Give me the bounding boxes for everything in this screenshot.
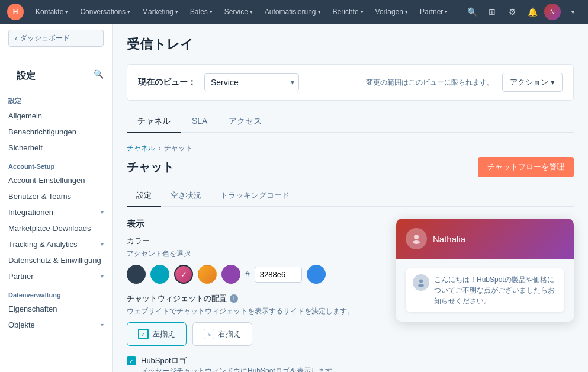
view-selector-bar: 現在のビュー： ServiceSupportSales ▾ 変更の範囲はこのビュ…	[127, 64, 574, 101]
action-button[interactable]: アクション ▾	[502, 73, 563, 92]
color-swatch-teal[interactable]	[150, 265, 169, 284]
sidebar-item-allgemein[interactable]: Allgemein	[0, 108, 112, 124]
chevron-down-icon: ▾	[101, 322, 104, 328]
widget-placement-label: チャットウィジェットの配置 i	[127, 293, 382, 304]
sidebar-section-title: Datenverwaltung	[0, 284, 112, 301]
svg-point-3	[418, 284, 424, 287]
manage-flow-button[interactable]: チャットフローを管理	[478, 157, 574, 177]
chat-preview-header: Nathalia	[396, 219, 574, 259]
nav-item-vorlagen[interactable]: Vorlagen ▾	[371, 0, 413, 24]
info-icon: i	[230, 294, 238, 303]
view-selector-label: 現在のビュー：	[138, 77, 196, 88]
chat-preview: Nathalia こんにちは！HubSpotの製品や価格についてご不明な点がござ…	[396, 219, 574, 322]
align-left-icon: ↙	[138, 329, 149, 339]
sidebar-item-benutzer-teams[interactable]: Benutzer & Teams	[0, 188, 112, 204]
display-settings-left: 表示 カラー アクセント色を選択 ✓ # チャットウィジェットの配置	[127, 219, 382, 372]
sidebar-item-partner[interactable]: Partner ▾	[0, 268, 112, 284]
sidebar-section-title: 設定	[0, 89, 112, 108]
placement-options-row: ↙ 左揃え ↘ 右揃え	[127, 322, 382, 346]
placement-left-option[interactable]: ↙ 左揃え	[127, 322, 187, 346]
color-hex-input[interactable]	[255, 267, 302, 283]
chevron-down-icon: ▾	[101, 241, 104, 248]
chevron-down-icon: ▾	[101, 209, 104, 216]
sub-tabs: 設定 空き状況 トラッキングコード	[127, 185, 574, 207]
chevron-down-icon: ▾	[101, 273, 104, 280]
align-right-icon: ↘	[204, 329, 214, 339]
sidebar-item-eigenschaften[interactable]: Eigenschaften	[0, 301, 112, 317]
color-swatch-row: ✓ #	[127, 265, 382, 284]
hubspot-logo-text: HubSpotロゴ メッセージチャットウィンドウにHubSpotロゴを表示します…	[141, 355, 339, 372]
breadcrumb: チャネル › チャット	[127, 143, 574, 153]
nav-item-conversations[interactable]: Conversations ▾	[75, 0, 135, 24]
sidebar-item-integrationen[interactable]: Integrationen ▾	[0, 204, 112, 220]
chevron-down-icon: ▾	[318, 9, 321, 15]
sub-tab-availability[interactable]: 空き状況	[161, 185, 211, 207]
sidebar-item-marketplace[interactable]: Marketplace-Downloads	[0, 220, 112, 236]
user-avatar[interactable]: N	[544, 4, 561, 20]
chevron-down-icon: ▾	[405, 9, 408, 15]
sidebar-item-account-einstellungen[interactable]: Account-Einstellungen	[0, 172, 112, 188]
sidebar-item-benachrichtigungen[interactable]: Benachrichtigungen	[0, 124, 112, 140]
chat-message: こんにちは！HubSpotの製品や価格についてご不明な点がございましたらお知らせ…	[406, 268, 564, 312]
view-select[interactable]: ServiceSupportSales	[204, 73, 299, 91]
top-navigation: H Kontakte ▾ Conversations ▾ Marketing ▾…	[0, 0, 588, 24]
sidebar-section-daten: Datenverwaltung Eigenschaften Objekte ▾	[0, 284, 112, 333]
chat-agent-name: Nathalia	[433, 234, 465, 244]
tab-access[interactable]: アクセス	[218, 111, 272, 133]
view-select-wrapper: ServiceSupportSales ▾	[204, 73, 299, 91]
sub-tab-tracking-code[interactable]: トラッキングコード	[211, 185, 299, 207]
bell-icon[interactable]: 🔔	[524, 4, 541, 20]
chevron-down-icon: ▾	[175, 9, 178, 15]
color-preview	[307, 265, 326, 284]
tab-sla[interactable]: SLA	[181, 111, 218, 133]
nav-item-automatisierung[interactable]: Automatisierung ▾	[260, 0, 326, 24]
nav-item-sales[interactable]: Sales ▾	[185, 0, 217, 24]
sidebar-item-tracking[interactable]: Tracking & Analytics ▾	[0, 236, 112, 252]
hubspot-logo[interactable]: H	[7, 4, 24, 20]
main-content: 受信トレイ 現在のビュー： ServiceSupportSales ▾ 変更の範…	[113, 24, 588, 372]
chat-preview-panel: Nathalia こんにちは！HubSpotの製品や価格についてご不明な点がござ…	[396, 219, 574, 372]
placement-right-option[interactable]: ↘ 右揃え	[192, 322, 252, 346]
apps-icon[interactable]: ⊞	[484, 4, 500, 20]
sidebar-item-datenschutz[interactable]: Datenschutz & Einwilligung	[0, 252, 112, 268]
nav-item-service[interactable]: Service ▾	[220, 0, 258, 24]
nav-icon-group: 🔍 ⊞ ⚙ 🔔 N ▾	[464, 4, 581, 20]
chevron-down-icon[interactable]: ▾	[564, 4, 581, 20]
breadcrumb-parent[interactable]: チャネル	[127, 143, 155, 153]
color-sub-label: カラー	[127, 236, 382, 246]
chevron-down-icon: ▾	[445, 9, 448, 15]
back-button[interactable]: ‹ ダッシュボード	[8, 30, 104, 47]
nav-item-partner[interactable]: Partner ▾	[415, 0, 452, 24]
view-note: 変更の範囲はこのビューに限られます。	[366, 78, 494, 88]
color-swatch-orange[interactable]	[198, 265, 217, 284]
widget-placement-hint: ウェブサイトでチャットウィジェットを表示するサイドを決定します。	[127, 306, 382, 316]
hubspot-logo-checkbox[interactable]: ✓	[127, 356, 136, 365]
nav-item-kontakte[interactable]: Kontakte ▾	[31, 0, 73, 24]
chat-agent-avatar	[406, 228, 427, 249]
color-swatch-dark[interactable]	[127, 265, 146, 284]
chevron-down-icon: ▾	[250, 9, 253, 15]
sidebar: ‹ ダッシュボード 設定 🔍 設定 Allgemein Benachrichti…	[0, 24, 113, 372]
search-icon[interactable]: 🔍	[94, 69, 104, 79]
sidebar-item-objekte[interactable]: Objekte ▾	[0, 317, 112, 333]
display-content-area: 表示 カラー アクセント色を選択 ✓ # チャットウィジェットの配置	[127, 219, 574, 372]
chat-message-text: こんにちは！HubSpotの製品や価格についてご不明な点がございましたらお知らせ…	[434, 274, 557, 306]
chat-section-header: チャット チャットフローを管理	[127, 157, 574, 177]
chevron-left-icon: ‹	[15, 34, 17, 43]
chevron-down-icon: ▾	[210, 9, 213, 15]
main-tabs: チャネル SLA アクセス	[127, 111, 574, 133]
tab-channel[interactable]: チャネル	[127, 111, 181, 133]
nav-item-marketing[interactable]: Marketing ▾	[137, 0, 183, 24]
color-hint: アクセント色を選択	[127, 249, 382, 259]
sidebar-back-section: ‹ ダッシュボード	[0, 24, 112, 53]
color-swatch-pink[interactable]: ✓	[174, 265, 193, 284]
sidebar-item-sicherheit[interactable]: Sicherheit	[0, 140, 112, 156]
sub-tab-settings[interactable]: 設定	[127, 185, 161, 207]
sidebar-section-title: Account-Setup	[0, 156, 112, 172]
search-icon[interactable]: 🔍	[464, 4, 480, 20]
settings-icon[interactable]: ⚙	[504, 4, 520, 20]
sidebar-section-settings: 設定 Allgemein Benachrichtigungen Sicherhe…	[0, 89, 112, 156]
display-section-label: 表示	[127, 219, 382, 230]
nav-item-berichte[interactable]: Berichte ▾	[328, 0, 368, 24]
color-swatch-purple[interactable]	[221, 265, 240, 284]
